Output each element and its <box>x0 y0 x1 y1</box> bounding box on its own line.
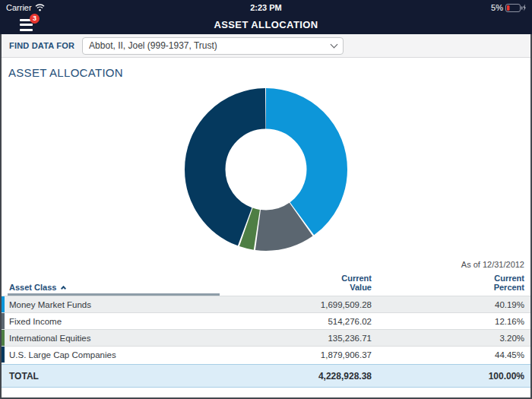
total-label: TOTAL <box>2 371 182 382</box>
chevron-down-icon <box>331 40 338 48</box>
section-title: ASSET ALLOCATION <box>8 66 530 79</box>
table-row[interactable]: U.S. Large Cap Companies 1,879,906.37 44… <box>2 346 530 363</box>
table-row[interactable]: Fixed Income 514,276.02 12.16% <box>2 312 530 329</box>
asset-class-header[interactable]: Asset Class <box>2 283 182 292</box>
find-data-bar: FIND DATA FOR Abbot, II, Joel (999-1937,… <box>2 34 530 58</box>
donut-chart[interactable] <box>185 88 347 251</box>
content-frame: FIND DATA FOR Abbot, II, Joel (999-1937,… <box>0 34 532 399</box>
sort-ascending-icon <box>61 286 66 291</box>
navigation-bar: 3 ASSET ALLOCATION <box>0 15 532 34</box>
total-percent: 100.00% <box>372 371 530 382</box>
menu-button[interactable]: 3 <box>20 19 35 31</box>
clock: 2:23 PM <box>0 3 532 12</box>
table-row[interactable]: International Equities 135,236.71 3.20% <box>2 329 530 346</box>
sorted-column-underline <box>8 293 220 296</box>
asset-allocation-chart-area <box>2 79 530 260</box>
total-value: 4,228,928.38 <box>182 371 372 382</box>
table-header: Asset Class Current Value Current Percen… <box>2 273 530 296</box>
battery-icon <box>505 4 526 12</box>
notification-badge: 3 <box>30 14 40 24</box>
status-bar: Carrier 2:23 PM 5% <box>0 0 532 15</box>
as-of-date: As of 12/31/2012 <box>2 260 530 273</box>
current-value-header[interactable]: Current Value <box>182 274 372 292</box>
find-data-for-label: FIND DATA FOR <box>9 41 74 50</box>
total-row: TOTAL 4,228,928.38 100.00% <box>2 364 530 388</box>
current-percent-header[interactable]: Current Percent <box>372 274 530 292</box>
table-row[interactable]: Money Market Funds 1,699,509.28 40.19% <box>2 296 530 312</box>
app-screen: Carrier 2:23 PM 5% 3 ASSET ALLOCA <box>0 0 532 399</box>
find-data-for-select[interactable]: Abbot, II, Joel (999-1937, Trust) <box>82 37 344 55</box>
page-title: ASSET ALLOCATION <box>0 19 532 30</box>
battery-percent-label: 5% <box>491 3 503 12</box>
selected-account: Abbot, II, Joel (999-1937, Trust) <box>89 40 331 51</box>
